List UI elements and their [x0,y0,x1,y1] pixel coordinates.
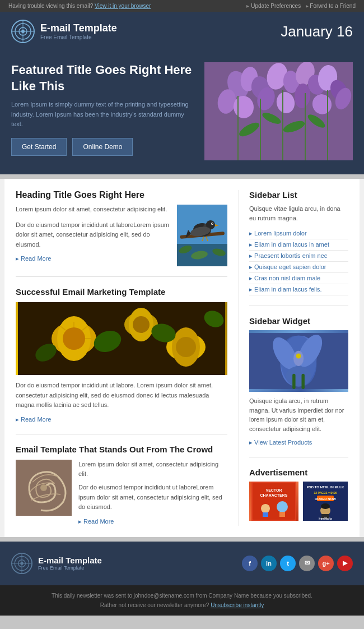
article-2-body: Dor do eiusmod tempor incididunt ut labo… [16,381,227,410]
hero-image [204,62,353,160]
list-item[interactable]: Eliam in diam lacus in amet [249,239,348,251]
svg-text:CHARACTERS: CHARACTERS [260,493,288,497]
hero-title: Featured Title Goes Right Here Like This [11,62,196,94]
update-preferences-link[interactable]: Update Preferences [246,3,301,9]
footer-logo-icon [11,553,32,574]
sidebar-list-heading: Sidebar List [249,190,348,200]
svg-rect-85 [263,512,268,517]
article-1-image [177,205,227,266]
svg-point-76 [296,353,301,358]
article-1-read-more[interactable]: Read More [16,255,51,262]
top-bar-left: Having trouble viewing this email? View … [8,3,151,9]
footer-logo-text: E-mail Template Free Email Template [38,556,102,571]
svg-text:htmlMafia: htmlMafia [319,517,332,520]
svg-rect-77 [292,374,295,389]
svg-rect-78 [301,374,304,389]
article-3-image [16,460,72,516]
article-3-text: Lorem ipsum dolor sit amet, consectetur … [78,460,227,526]
sidebar-list: Lorem lipsum dolor Eliam in diam lacus i… [249,228,348,295]
header-date: January 16 [281,23,353,40]
article-3-inner: Lorem ipsum dolor sit amet, consectetur … [16,460,227,526]
email-icon[interactable]: ✉ [299,556,315,571]
facebook-icon[interactable]: f [242,556,258,571]
view-in-browser-link[interactable]: View it in your browser [95,3,151,9]
left-column: Heading Title Goes Right Here Lorem ipsu… [16,190,239,526]
sidebar-list-section: Sidebar List Quisque vitae ligula arcu, … [249,190,348,306]
list-item[interactable]: Quisque eget sapien dolor [249,262,348,273]
article-1-intro: Lorem ipsum dolor sit amet, consectetur … [16,205,170,215]
linkedin-icon[interactable]: in [261,556,277,571]
hero-buttons: Get Started Online Demo [11,138,196,156]
svg-text:VECTOR: VECTOR [265,488,282,492]
article-1-body: Dor do eiusmod tempor incididunt ut labo… [16,220,170,250]
youtube-icon[interactable]: ▶ [337,556,353,571]
svg-point-61 [176,337,196,357]
get-started-button[interactable]: Get Started [11,138,67,156]
ad-banner-2[interactable]: PSD TO HTML IN BULK 12 PAGES = $490 ORDE… [301,482,350,521]
trouble-text: Having trouble viewing this email? [8,3,93,9]
article-3-heading: Email Template That Stands Out From The … [16,445,227,454]
hero-content: Featured Title Goes Right Here Like This… [11,62,196,156]
article-2: Successful Email Marketing Template [16,287,227,434]
article-2-read-more[interactable]: Read More [16,416,51,423]
svg-point-75 [293,351,304,366]
svg-point-74 [286,366,311,386]
sidebar-widget-heading: Sidebar Widget [249,316,348,326]
advertisement-section: Advertisement VECTOR CHARACTERS [249,468,348,521]
google-plus-icon[interactable]: g+ [318,556,334,571]
sidebar-widget-text: Quisque igula arcu, in rutrum magna. Ut … [249,396,348,433]
list-item[interactable]: Cras non nisl diam male [249,273,348,284]
footer-disclaimer: This daily newsletter was sent to johndo… [11,591,353,600]
article-3: Email Template That Stands Out From The … [16,445,227,526]
footer-subtitle: Free Email Template [38,565,102,571]
footer-logo: E-mail Template Free Email Template [11,553,102,574]
hero-body: Lorem Ipsum is simply dummy text of the … [11,100,196,130]
two-column-layout: Heading Title Goes Right Here Lorem ipsu… [4,179,360,537]
article-1-heading: Heading Title Goes Right Here [16,190,227,200]
list-item[interactable]: Eliam in diam lacus felis. [249,284,348,295]
svg-point-67 [40,484,47,491]
svg-point-40 [212,223,213,224]
top-bar-right: Update Preferences Forwrd to a Friend [246,3,356,9]
header: E-mail Template Free Email Template Janu… [0,12,364,51]
sidebar-widget-section: Sidebar Widget [249,316,348,457]
forward-friend-link[interactable]: Forwrd to a Friend [306,3,356,9]
article-3-body: Dor do eiusmod tempor incididunt ut labo… [78,483,227,512]
top-bar: Having trouble viewing this email? View … [0,0,364,12]
svg-text:12 PAGES = $490: 12 PAGES = $490 [314,491,337,494]
logo-icon [11,20,35,43]
article-3-read-more[interactable]: Read More [78,518,114,525]
footer-main: E-mail Template Free Email Template f in… [0,542,364,585]
social-icons: f in t ✉ g+ ▶ [242,556,353,571]
ad-banner-1[interactable]: VECTOR CHARACTERS [249,482,298,521]
logo-subtitle: Free Email Template [40,34,117,40]
svg-text:PSD TO HTML IN BULK: PSD TO HTML IN BULK [307,485,344,489]
article-1: Heading Title Goes Right Here Lorem ipsu… [16,190,227,277]
article-1-inner: Lorem ipsum dolor sit amet, consectetur … [16,205,227,266]
article-2-image [16,302,227,375]
logo-title: E-mail Template [40,22,117,35]
article-3-intro: Lorem ipsum dolor sit amet, consectetur … [78,460,227,479]
view-products-link[interactable]: View Latest Products [249,439,312,446]
logo-text: E-mail Template Free Email Template [40,22,117,41]
advertisement-heading: Advertisement [249,468,348,477]
list-item[interactable]: Lorem lipsum dolor [249,228,348,239]
twitter-icon[interactable]: t [280,556,296,571]
svg-point-51 [63,327,85,350]
main-content: Heading Title Goes Right Here Lorem ipsu… [0,179,364,537]
sidebar-widget-image [249,330,348,392]
online-demo-button[interactable]: Online Demo [72,138,133,156]
svg-point-94 [321,503,330,509]
svg-point-83 [261,504,270,513]
footer-title: E-mail Template [38,556,102,565]
right-column: Sidebar List Quisque vitae ligula arcu, … [239,190,348,526]
unsubscribe-link[interactable]: Unsubscribe instantly [211,602,264,608]
svg-point-58 [133,316,150,333]
header-logo: E-mail Template Free Email Template [11,20,117,43]
svg-text:ORDER NOW: ORDER NOW [315,497,336,501]
article-2-heading: Successful Email Marketing Template [16,287,227,297]
svg-point-84 [277,501,288,512]
hero-section: Featured Title Goes Right Here Like This… [0,51,364,174]
list-item[interactable]: Praesent lobortis enim nec [249,251,348,262]
article-1-text: Lorem ipsum dolor sit amet, consectetur … [16,205,170,266]
